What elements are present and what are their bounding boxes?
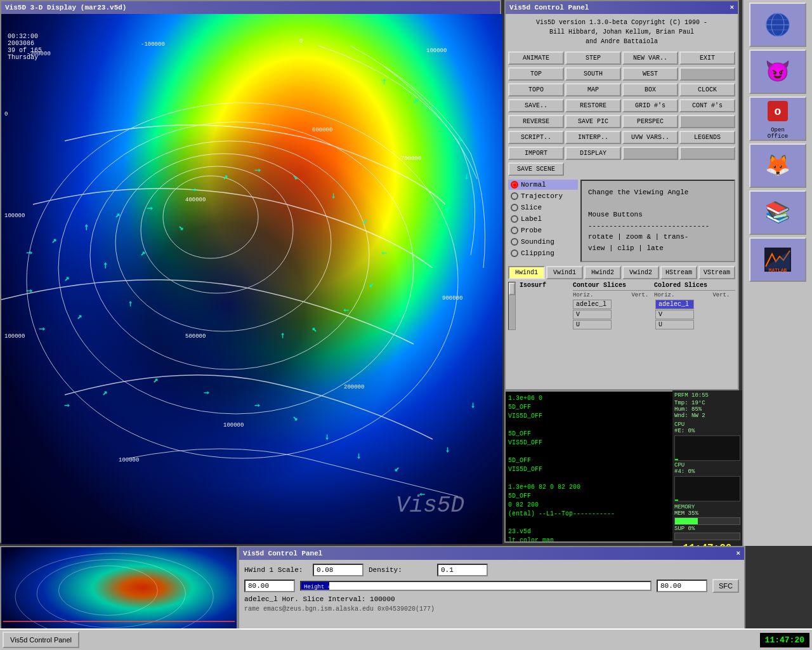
colored-horiz-col: adelec_l V U [655, 300, 694, 330]
colored-var-v[interactable]: V [655, 310, 694, 319]
svg-text:←: ← [344, 306, 349, 315]
progress-bar[interactable]: Height = 80.00 km [300, 581, 652, 591]
taskbar-cp-label: Vis5d Control Panel [10, 636, 72, 644]
uvw-vars-button[interactable]: UVW VARS.. [622, 131, 678, 144]
clock-button[interactable]: CLOCK [679, 83, 735, 96]
cpu2-val: #4: 0% [674, 468, 740, 475]
placeholder4 [679, 147, 735, 160]
svg-text:↓: ↓ [464, 173, 469, 182]
bottom-cp-close[interactable]: × [736, 550, 740, 557]
save-button[interactable]: SAVE.. [508, 99, 564, 112]
svg-text:100000: 100000 [426, 48, 447, 54]
svg-text:→: → [255, 401, 260, 410]
svg-point-1 [58, 122, 414, 414]
svg-text:↓: ↓ [331, 192, 336, 201]
instructions-line1: rotate | zoom & | trans- [588, 232, 728, 243]
mode-sounding[interactable]: Sounding [508, 237, 578, 247]
svg-point-72 [15, 554, 213, 640]
svg-text:→: → [192, 185, 197, 194]
app-icon-books[interactable]: 📚 [749, 190, 806, 235]
top-button[interactable]: TOP [508, 67, 564, 81]
close-button[interactable]: × [730, 4, 734, 11]
mem-label: MEMORY [674, 504, 740, 510]
variable-table: Isosurf Contour Slices Colored Slices Ho… [506, 281, 738, 331]
save-scene-button[interactable]: SAVE SCENE [508, 162, 564, 176]
svg-text:↙: ↙ [363, 217, 367, 226]
vwind1-button[interactable]: Vwind1 [546, 266, 583, 279]
app-icon-matlab[interactable]: MATLAB [749, 237, 806, 282]
globe-icon [763, 10, 793, 40]
svg-text:100000: 100000 [4, 213, 25, 219]
sounding-label: Sounding [521, 238, 554, 246]
taskbar-btn-cp[interactable]: Vis5d Control Panel [3, 632, 79, 648]
perspec-button[interactable]: PERSPEC [622, 115, 678, 128]
sfc-button[interactable]: SFC [712, 579, 739, 593]
vwind2-button[interactable]: Vwind2 [622, 266, 659, 279]
mode-normal[interactable]: Normal [508, 180, 578, 190]
scroll-bar[interactable] [508, 282, 516, 330]
contour-lines-svg: → ↗ ↑ ↗ → ↘ → ↗ ↑ ↗ → ↗ ↑ → ↗ → ↘ ↓ ↙ ← [1, 14, 502, 544]
animate-button[interactable]: ANIMATE [508, 51, 564, 65]
grid-nums-button[interactable]: GRID #'s [622, 99, 678, 112]
west-button[interactable]: WEST [622, 67, 678, 81]
clipping-radio [511, 249, 518, 257]
app-icon-devil[interactable]: 😈 [749, 50, 806, 94]
svg-text:→: → [255, 165, 261, 175]
vstream-button[interactable]: VStream [698, 266, 735, 279]
box-button[interactable]: BOX [622, 83, 678, 96]
contour-var-u[interactable]: U [573, 320, 612, 329]
reverse-button[interactable]: REVERSE [508, 115, 564, 128]
exit-button[interactable]: EXIT [679, 51, 735, 65]
visualization-canvas[interactable]: → ↗ ↑ ↗ → ↘ → ↗ ↑ ↗ → ↗ ↑ → ↗ → ↘ ↓ ↙ ← [1, 14, 502, 544]
bottom-cp-content: HWind 1 Scale: Density: Height = 80.00 k… [239, 560, 744, 619]
colored-vert-col [697, 300, 735, 330]
button-row-1: ANIMATE STEP NEW VAR.. EXIT [506, 50, 738, 66]
svg-text:→: → [147, 203, 153, 213]
svg-text:↗: ↗ [414, 96, 418, 105]
interp-button[interactable]: INTERP.. [565, 131, 621, 144]
cont-nums-button[interactable]: CONT #'s [679, 99, 735, 112]
display-button[interactable]: DISPLAY [565, 147, 621, 160]
colored-var-u[interactable]: U [655, 320, 694, 329]
mode-probe[interactable]: Probe [508, 225, 578, 235]
map-button[interactable]: MAP [565, 83, 621, 96]
hstream-button[interactable]: HStream [660, 266, 697, 279]
hwind2-button[interactable]: Hwind2 [584, 266, 621, 279]
legends-button[interactable]: LEGENDS [679, 131, 735, 144]
south-button[interactable]: SOUTH [565, 67, 621, 81]
scale-input[interactable] [313, 564, 363, 576]
app-icon-globe[interactable] [749, 3, 806, 47]
import-button[interactable]: IMPORT [508, 147, 564, 160]
step-button[interactable]: STEP [565, 51, 621, 65]
colored-var-adelec[interactable]: adelec_l [655, 300, 694, 309]
script-button[interactable]: SCRIPT.. [508, 131, 564, 144]
topo-button[interactable]: TOPO [508, 83, 564, 96]
app-icon-openoffice[interactable]: o OpenOffice [749, 96, 806, 141]
contour-var-adelec[interactable]: adelec_l [573, 300, 612, 309]
height-right-input[interactable] [657, 580, 707, 592]
restore-button[interactable]: RESTORE [565, 99, 621, 112]
density-input[interactable] [437, 564, 488, 576]
mode-label[interactable]: Label [508, 214, 578, 224]
svg-text:↘: ↘ [293, 173, 298, 182]
new-var-button[interactable]: NEW VAR.. [622, 51, 678, 65]
svg-text:→: → [39, 324, 45, 334]
hwind1-button[interactable]: Hwind1 [508, 266, 545, 279]
contour-horiz-col: adelec_l V U [573, 300, 612, 330]
mem1-val: MEM 35% [674, 510, 740, 517]
button-row-6: SCRIPT.. INTERP.. UVW VARS.. LEGENDS [506, 129, 738, 145]
svg-point-73 [37, 560, 185, 628]
svg-text:←: ← [382, 249, 387, 258]
app-icon-fox[interactable]: 🦊 [749, 143, 806, 188]
placeholder2 [679, 115, 735, 128]
save-pic-button[interactable]: SAVE PIC [565, 115, 621, 128]
devil-icon: 😈 [763, 56, 793, 87]
instructions-subtitle: Mouse Buttons [588, 209, 728, 221]
svg-text:200000: 200000 [344, 384, 364, 390]
height-left-input[interactable] [244, 580, 295, 592]
mode-trajectory[interactable]: Trajectory [508, 191, 578, 201]
mode-slice[interactable]: Slice [508, 202, 578, 213]
contour-var-v[interactable]: V [573, 310, 612, 319]
svg-text:900000: 900000 [442, 295, 462, 302]
mode-clipping[interactable]: Clipping [508, 248, 578, 258]
